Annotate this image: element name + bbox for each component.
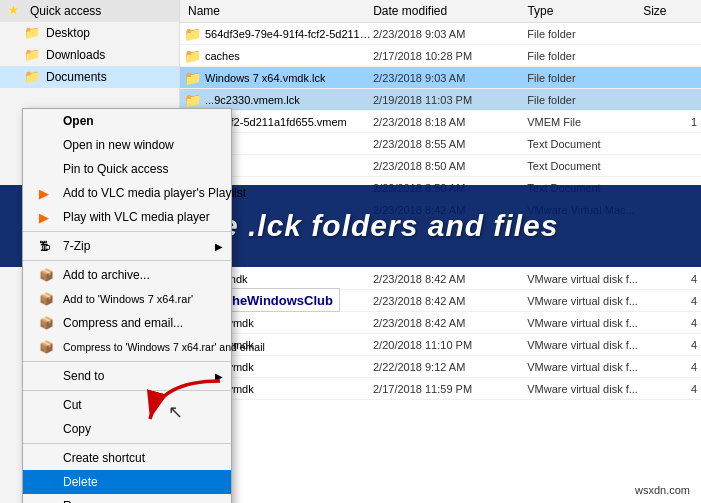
ctx-menu-item-open[interactable]: Open: [23, 109, 231, 133]
table-row[interactable]: 💾...09.vmdk 2/22/2018 9:12 AM VMware vir…: [180, 356, 701, 378]
arrow-pointer: [140, 371, 230, 431]
sidebar-item-downloads[interactable]: 📁 Downloads: [0, 44, 179, 66]
table-row[interactable]: 💾...08.vmdk 2/17/2018 11:59 PM VMware vi…: [180, 378, 701, 400]
folder-icon: 📁: [184, 48, 201, 64]
ctx-item-label: Compress and email...: [63, 316, 183, 330]
ctx-item-label: Play with VLC media player: [63, 210, 210, 224]
vlc-play-icon: ▶: [39, 210, 57, 224]
ctx-menu-item-create-shortcut[interactable]: Create shortcut: [23, 446, 231, 470]
folder-icon: 📁: [184, 26, 201, 42]
table-row[interactable]: 📁...9c2330.vmem.lck 2/19/2018 11:03 PM F…: [180, 89, 701, 111]
ctx-item-label: Open: [63, 114, 94, 128]
ctx-separator: [23, 231, 231, 232]
ctx-menu-item-rename[interactable]: Rename: [23, 494, 231, 503]
table-row[interactable]: 📁caches 2/17/2018 10:28 PM File folder: [180, 45, 701, 67]
ctx-menu-item-add-rar[interactable]: 📦 Add to 'Windows 7 x64.rar': [23, 287, 231, 311]
ctx-item-label: Add to 'Windows 7 x64.rar': [63, 293, 193, 305]
col-date-header[interactable]: Date modified: [373, 4, 527, 18]
ctx-item-label: Send to: [63, 369, 104, 383]
ctx-item-label: Add to VLC media player's Playlist: [63, 186, 246, 200]
ctx-separator: [23, 361, 231, 362]
ctx-item-label: Open in new window: [63, 138, 174, 152]
sidebar-item-label: Documents: [46, 70, 107, 84]
rename-icon: [39, 499, 57, 503]
rar-icon: 📦: [39, 316, 57, 330]
sidebar-item-label: Downloads: [46, 48, 105, 62]
ctx-menu-item-open-new-window[interactable]: Open in new window: [23, 133, 231, 157]
rar-icon: 📦: [39, 268, 57, 282]
table-row[interactable]: 💾...3.vmdk 2/23/2018 8:42 AM VMware virt…: [180, 268, 701, 290]
rar-icon: 📦: [39, 292, 57, 306]
cut-icon: [39, 398, 57, 412]
ctx-menu-item-compress-rar-email[interactable]: 📦 Compress to 'Windows 7 x64.rar' and em…: [23, 335, 231, 359]
watermark: wsxdn.com: [632, 483, 693, 497]
ctx-item-label: Rename: [63, 499, 108, 503]
folder-icon: 📁: [184, 92, 201, 108]
submenu-arrow-icon: ▶: [215, 241, 223, 252]
sidebar-item-label: Desktop: [46, 26, 90, 40]
ctx-item-label: Pin to Quick access: [63, 162, 168, 176]
open-icon: [39, 114, 57, 128]
file-list-lower: ★ TheWindowsClub 💾...3.vmdk 2/23/2018 8:…: [180, 268, 701, 400]
ctx-menu-item-vlc-play[interactable]: ▶ Play with VLC media player: [23, 205, 231, 229]
open-new-icon: [39, 138, 57, 152]
sidebar-item-quick-access[interactable]: ★ Quick access: [0, 0, 179, 22]
ctx-separator: [23, 260, 231, 261]
ctx-item-label: Compress to 'Windows 7 x64.rar' and emai…: [63, 341, 265, 353]
ctx-item-label: 7-Zip: [63, 239, 90, 253]
sidebar-item-label: Quick access: [30, 4, 101, 18]
table-row[interactable]: 📄 2/23/2018 8:55 AM Text Document: [180, 133, 701, 155]
ctx-menu-item-pin-quick[interactable]: Pin to Quick access: [23, 157, 231, 181]
shortcut-icon: [39, 451, 57, 465]
table-row[interactable]: 🗒...f4-fcf2-5d211a1fd655.vmem 2/23/2018 …: [180, 111, 701, 133]
folder-icon: 📁: [184, 70, 201, 86]
delete-icon: [39, 475, 57, 489]
folder-icon: 📁: [24, 47, 40, 63]
zip-icon: 🗜: [39, 239, 57, 253]
ctx-item-label: Add to archive...: [63, 268, 150, 282]
table-row[interactable]: 📁Windows 7 x64.vmdk.lck 2/23/2018 9:03 A…: [180, 67, 701, 89]
ctx-menu-item-vlc-playlist[interactable]: ▶ Add to VLC media player's Playlist: [23, 181, 231, 205]
ctx-item-label: Cut: [63, 398, 82, 412]
table-row[interactable]: 💾...05.vmdk 2/23/2018 8:42 AM VMware vir…: [180, 312, 701, 334]
col-size-header[interactable]: Size: [643, 4, 701, 18]
ctx-menu-item-add-archive[interactable]: 📦 Add to archive...: [23, 263, 231, 287]
ctx-menu-item-delete[interactable]: Delete: [23, 470, 231, 494]
ctx-item-label: Create shortcut: [63, 451, 145, 465]
ctx-item-label: Copy: [63, 422, 91, 436]
table-row[interactable]: 📄 2/23/2018 8:50 AM Text Document: [180, 155, 701, 177]
sidebar-item-desktop[interactable]: 📁 Desktop: [0, 22, 179, 44]
ctx-menu-item-7zip[interactable]: 🗜 7-Zip ▶: [23, 234, 231, 258]
star-icon: ★: [8, 3, 24, 19]
vlc-icon: ▶: [39, 186, 57, 200]
send-icon: [39, 369, 57, 383]
copy-icon: [39, 422, 57, 436]
table-row[interactable]: 📁564df3e9-79e4-91f4-fcf2-5d211a1fd655.vm…: [180, 23, 701, 45]
ctx-separator: [23, 443, 231, 444]
col-type-header[interactable]: Type: [527, 4, 643, 18]
sidebar-item-documents[interactable]: 📁 Documents: [0, 66, 179, 88]
column-headers: Name Date modified Type Size: [180, 0, 701, 23]
ctx-item-label: Delete: [63, 475, 98, 489]
folder-icon: 📁: [24, 25, 40, 41]
context-menu: Open Open in new window Pin to Quick acc…: [22, 108, 232, 503]
pin-icon: [39, 162, 57, 176]
col-name-header[interactable]: Name: [180, 4, 373, 18]
ctx-menu-item-compress-email[interactable]: 📦 Compress and email...: [23, 311, 231, 335]
folder-icon: 📁: [24, 69, 40, 85]
twc-logo-text: TheWindowsClub: [224, 293, 333, 308]
rar-icon: 📦: [39, 340, 57, 354]
cursor-icon: ↖: [168, 401, 183, 423]
